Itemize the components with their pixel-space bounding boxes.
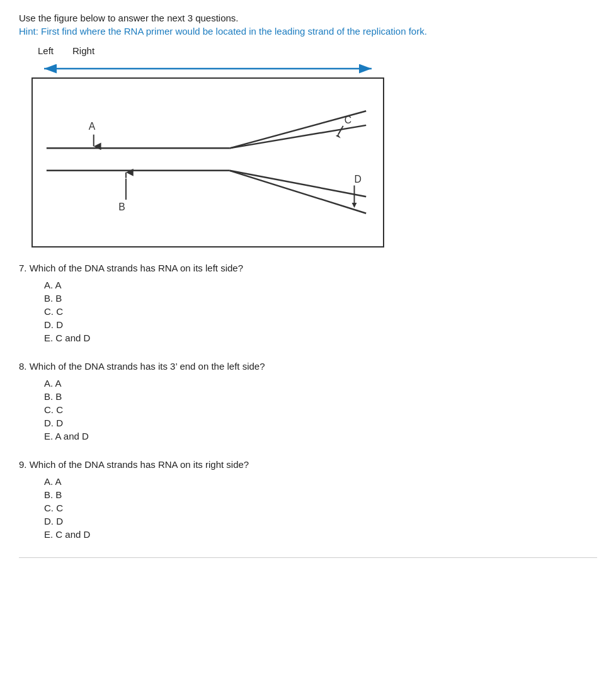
right-label: Right bbox=[72, 45, 94, 56]
question-2-options: A. AB. BC. CD. DE. A and D bbox=[44, 378, 597, 441]
figure-svg: A B C D bbox=[33, 79, 383, 246]
left-label: Left bbox=[38, 45, 54, 56]
question-3-option-4: D. D bbox=[44, 516, 597, 526]
label-a: A bbox=[89, 121, 96, 132]
question-2-option-5: E. A and D bbox=[44, 431, 597, 441]
question-2-option-1: A. A bbox=[44, 378, 597, 389]
question-1-block: 7. Which of the DNA strands has RNA on i… bbox=[19, 263, 597, 343]
bottom-divider bbox=[19, 557, 597, 558]
label-c: C bbox=[345, 115, 351, 125]
svg-marker-13 bbox=[352, 203, 357, 208]
question-3-option-5: E. C and D bbox=[44, 529, 597, 540]
question-1-option-3: C. C bbox=[44, 306, 597, 317]
hint-text: Hint: First find where the RNA primer wo… bbox=[19, 26, 597, 37]
instruction-text: Use the figure below to answer the next … bbox=[19, 13, 597, 23]
label-d: D bbox=[355, 174, 362, 185]
question-3-block: 9. Which of the DNA strands has RNA on i… bbox=[19, 459, 597, 540]
label-b: B bbox=[118, 202, 125, 212]
question-1-option-4: D. D bbox=[44, 319, 597, 330]
arrows-row bbox=[31, 60, 384, 77]
replication-fork-figure: A B C D bbox=[31, 77, 384, 247]
question-3-text: 9. Which of the DNA strands has RNA on i… bbox=[19, 459, 597, 470]
question-1-option-1: A. A bbox=[44, 280, 597, 290]
question-1-options: A. AB. BC. CD. DE. C and D bbox=[44, 280, 597, 343]
question-1-option-5: E. C and D bbox=[44, 333, 597, 343]
question-2-block: 8. Which of the DNA strands has its 3’ e… bbox=[19, 361, 597, 441]
question-3-option-3: C. C bbox=[44, 503, 597, 513]
question-2-option-4: D. D bbox=[44, 418, 597, 428]
question-2-option-3: C. C bbox=[44, 404, 597, 415]
direction-arrows-svg bbox=[31, 60, 384, 77]
svg-marker-11 bbox=[336, 135, 341, 139]
question-2-text: 8. Which of the DNA strands has its 3’ e… bbox=[19, 361, 597, 372]
question-3-option-2: B. B bbox=[44, 489, 597, 500]
question-3-option-1: A. A bbox=[44, 476, 597, 487]
svg-line-4 bbox=[229, 125, 366, 148]
question-2-option-2: B. B bbox=[44, 391, 597, 402]
question-1-text: 7. Which of the DNA strands has RNA on i… bbox=[19, 263, 597, 273]
questions-container: 7. Which of the DNA strands has RNA on i… bbox=[19, 263, 597, 540]
question-3-options: A. AB. BC. CD. DE. C and D bbox=[44, 476, 597, 540]
question-1-option-2: B. B bbox=[44, 293, 597, 304]
